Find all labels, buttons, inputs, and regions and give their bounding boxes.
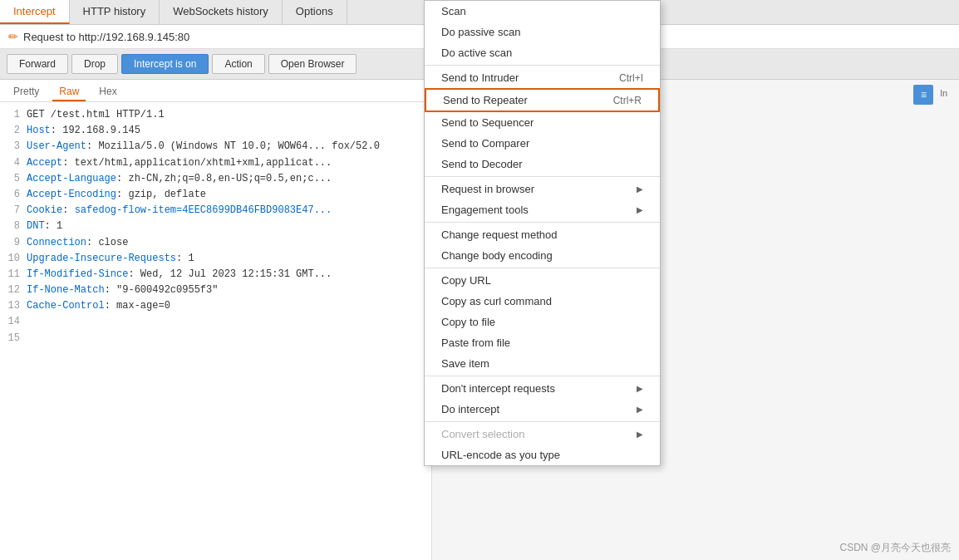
menu-item[interactable]: Do intercept▶: [425, 399, 660, 420]
menu-separator: [425, 376, 660, 376]
menu-item-label: Copy to file: [441, 316, 495, 328]
menu-shortcut: Ctrl+I: [619, 72, 643, 84]
menu-item-label: Change body encoding: [441, 249, 553, 262]
menu-item[interactable]: Send to RepeaterCtrl+R: [425, 88, 660, 112]
menu-separator: [425, 222, 660, 223]
menu-item-label: Copy as curl command: [441, 295, 552, 307]
menu-item-label: Send to Intruder: [441, 71, 519, 84]
menu-item-label: Do intercept: [441, 403, 499, 415]
menu-item[interactable]: URL-encode as you type: [425, 445, 660, 465]
menu-item[interactable]: Save item: [425, 353, 660, 374]
menu-item: Convert selection▶: [425, 424, 660, 445]
menu-item[interactable]: Don't intercept requests▶: [425, 378, 660, 399]
menu-item[interactable]: Copy as curl command: [425, 291, 660, 312]
menu-item-label: Convert selection: [441, 428, 524, 440]
menu-item[interactable]: Engagement tools▶: [425, 199, 660, 220]
menu-item-label: Do passive scan: [441, 26, 520, 38]
menu-item[interactable]: Do passive scan: [425, 22, 660, 42]
menu-separator: [425, 65, 660, 66]
menu-item-label: Don't intercept requests: [441, 382, 555, 395]
menu-item[interactable]: Copy to file: [425, 312, 660, 332]
menu-item-label: Do active scan: [441, 47, 512, 59]
submenu-arrow-icon: ▶: [637, 184, 643, 194]
menu-item-label: Change request method: [441, 228, 557, 241]
menu-item-label: Send to Decoder: [441, 158, 523, 170]
menu-item[interactable]: Send to IntruderCtrl+I: [425, 67, 660, 88]
menu-item-label: Send to Comparer: [441, 137, 529, 150]
submenu-arrow-icon: ▶: [637, 384, 643, 393]
menu-item-label: Send to Repeater: [443, 94, 528, 106]
menu-shortcut: Ctrl+R: [613, 95, 642, 106]
menu-item[interactable]: Send to Decoder: [425, 154, 660, 174]
menu-item-label: Request in browser: [441, 183, 534, 195]
context-menu-overlay: ScanDo passive scanDo active scanSend to…: [0, 0, 959, 560]
menu-item[interactable]: Do active scan: [425, 42, 660, 63]
menu-item[interactable]: Change request method: [425, 224, 660, 245]
menu-item-label: Save item: [441, 357, 489, 370]
submenu-arrow-icon: ▶: [637, 405, 643, 414]
menu-item-label: Send to Sequencer: [441, 116, 534, 129]
menu-item-label: URL-encode as you type: [441, 449, 560, 461]
context-menu: ScanDo passive scanDo active scanSend to…: [424, 0, 661, 466]
content-area: Pretty Raw Hex 1GET /test.html HTTP/1.12…: [0, 80, 959, 560]
menu-item[interactable]: Copy URL: [425, 270, 660, 291]
menu-item[interactable]: Send to Sequencer: [425, 112, 660, 133]
menu-item[interactable]: Change body encoding: [425, 245, 660, 266]
menu-item-label: Scan: [441, 5, 466, 17]
submenu-arrow-icon: ▶: [637, 430, 643, 439]
menu-item[interactable]: Send to Comparer: [425, 133, 660, 154]
menu-item[interactable]: Paste from file: [425, 332, 660, 353]
menu-item-label: Copy URL: [441, 274, 491, 287]
menu-separator: [425, 421, 660, 422]
submenu-arrow-icon: ▶: [637, 205, 643, 214]
menu-item-label: Engagement tools: [441, 204, 529, 216]
menu-item-label: Paste from file: [441, 336, 510, 349]
menu-separator: [425, 176, 660, 177]
menu-separator: [425, 268, 660, 268]
menu-item[interactable]: Request in browser▶: [425, 179, 660, 199]
menu-item[interactable]: Scan: [425, 1, 660, 22]
